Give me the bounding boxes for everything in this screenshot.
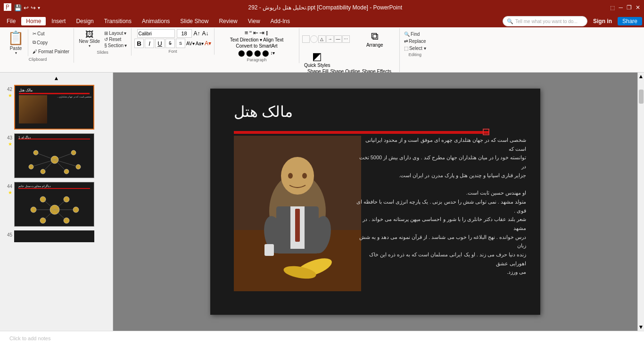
slide-thumb-img-43: دیاگرام 1: [14, 133, 94, 178]
star-icon-43: ★: [8, 141, 12, 147]
svg-line-7: [36, 153, 55, 160]
menu-design[interactable]: Design: [71, 17, 98, 25]
font-color-button[interactable]: A▾: [205, 40, 211, 47]
find-button[interactable]: 🔍 Find: [403, 31, 428, 37]
search-icon: 🔍: [507, 18, 513, 25]
font-name-input[interactable]: [137, 29, 175, 38]
reset-button[interactable]: ↺ Reset: [103, 36, 128, 42]
scroll-up-arrow[interactable]: ▲: [638, 73, 644, 80]
menu-review[interactable]: Review: [214, 17, 242, 25]
bullets-button[interactable]: ≡: [245, 29, 248, 36]
save-icon[interactable]: 💾: [14, 4, 22, 11]
close-icon[interactable]: ✕: [636, 4, 640, 11]
shape-rectangle[interactable]: [302, 35, 310, 43]
arrange-button[interactable]: ⧉ Arrange: [364, 29, 385, 49]
shadow-button[interactable]: S: [176, 39, 185, 48]
shape-line[interactable]: —: [334, 35, 342, 43]
line-spacing-button[interactable]: ↕▾: [270, 50, 275, 56]
font-case-button[interactable]: Aa▾: [196, 41, 204, 46]
select-button[interactable]: ⬚ Select ▾: [403, 45, 428, 51]
shape-circle[interactable]: [310, 35, 318, 43]
star-icon-44: ★: [8, 190, 12, 195]
section-button[interactable]: § Section ▾: [103, 42, 128, 49]
scroll-down-arrow[interactable]: ▼: [638, 323, 644, 331]
powerpoint-logo-icon: 🅿: [4, 3, 11, 12]
slide-thumb-42[interactable]: 42 ★ مالک هتل شخصی است که در جهان هتلدار…: [2, 84, 111, 131]
decrease-font-button[interactable]: A↓: [202, 30, 209, 37]
align-center-button[interactable]: ⬤: [246, 49, 253, 57]
format-painter-button[interactable]: 🖌 Format Painter: [31, 49, 71, 55]
align-right-button[interactable]: ⬤: [254, 49, 261, 57]
content-wrapper: مالک هتل: [113, 73, 644, 331]
menu-transitions[interactable]: Transitions: [99, 17, 136, 25]
align-left-button[interactable]: ⬤: [238, 49, 245, 57]
shape-triangle[interactable]: △: [318, 35, 326, 43]
restore-icon[interactable]: ❐: [627, 4, 632, 11]
slide-photo-inner: [234, 136, 361, 291]
quick-styles-button[interactable]: ◩ Quick Styles: [302, 49, 332, 69]
section-icon: §: [104, 43, 107, 48]
tell-me-box[interactable]: 🔍 Tell me what you want to do...: [503, 16, 587, 26]
convert-smartart-button[interactable]: Convert to SmartArt: [236, 43, 277, 49]
font-size-input[interactable]: [177, 29, 192, 38]
thumb42-redbar: [19, 93, 90, 94]
bold-button[interactable]: B: [134, 39, 144, 48]
vertical-scrollbar[interactable]: ▲ ▼: [637, 73, 644, 331]
copy-button[interactable]: ⧉ Copy: [31, 39, 71, 46]
undo-icon[interactable]: ↩: [24, 4, 29, 11]
menu-insert[interactable]: Insert: [47, 17, 70, 25]
menu-view[interactable]: View: [243, 17, 265, 25]
text-direction-button[interactable]: Text Direction ▾: [230, 37, 262, 42]
cut-button[interactable]: ✂ Cut: [31, 31, 71, 37]
menu-addins[interactable]: Add-Ins: [266, 17, 295, 25]
shape-arrow[interactable]: →: [326, 35, 334, 43]
slide-thumb-43[interactable]: 43 ★ دیاگرام 1: [2, 132, 111, 179]
slides-group-label: Slides: [97, 50, 108, 55]
svg-point-29: [281, 157, 314, 195]
content-area: مالک هتل: [113, 73, 637, 331]
notes-area[interactable]: Click to add notes: [0, 331, 644, 344]
svg-point-39: [302, 173, 307, 179]
sign-in-button[interactable]: Sign in: [588, 17, 617, 25]
replace-button[interactable]: ⇄ Replace: [403, 38, 428, 44]
underline-button[interactable]: U: [155, 39, 165, 48]
share-button[interactable]: Share: [618, 17, 642, 25]
slide-thumb-45[interactable]: 45: [2, 229, 111, 244]
italic-button[interactable]: I: [145, 39, 154, 48]
slide-thumb-44[interactable]: 44 ★ دیاگرام مجاورت ستل خاتم: [2, 181, 111, 228]
menu-slideshow[interactable]: Slide Show: [175, 17, 213, 25]
justify-button[interactable]: ⬤: [262, 49, 269, 57]
scroll-up-button[interactable]: ▲: [2, 74, 111, 82]
paste-button[interactable]: 📋 Paste ▾: [5, 29, 28, 56]
svg-line-24: [43, 210, 55, 221]
numbering-button[interactable]: ⁼: [249, 29, 252, 36]
paragraph-group-label: Paragraph: [247, 57, 266, 62]
ribbon-collapse-icon[interactable]: ⬚: [610, 5, 615, 11]
menu-animations[interactable]: Animations: [137, 17, 174, 25]
ribbon-group-font: A↑ A↓ B I U S̶ S AV▾ Aa▾ A▾ Font: [132, 28, 215, 55]
menu-home[interactable]: Home: [21, 17, 46, 25]
shape-more[interactable]: ⋯: [342, 35, 350, 43]
new-slide-button[interactable]: 🖼 New Slide ▾: [77, 29, 102, 49]
editing-group-label: Editing: [409, 52, 422, 57]
decrease-indent-button[interactable]: ⇤: [253, 29, 258, 36]
menu-file[interactable]: File: [2, 17, 20, 25]
slide-panel: ▲ 42 ★ مالک هتل شخصی است که در جهان هتلد…: [0, 73, 113, 331]
columns-button[interactable]: ⫿: [265, 29, 269, 36]
scrollbar-thumb[interactable]: [639, 90, 644, 104]
slide-thumb-img-42: مالک هتل شخصی است که در جهان هتلداری...: [14, 85, 94, 130]
title-bar-right: ⬚ ─ ❐ ✕: [610, 4, 640, 11]
align-text-button[interactable]: Align Text: [263, 37, 283, 42]
strikethrough-button[interactable]: S̶: [165, 39, 175, 48]
select-icon: ⬚: [404, 46, 408, 51]
redo-icon[interactable]: ↪: [31, 4, 36, 11]
reset-icon: ↺: [104, 37, 108, 42]
increase-font-button[interactable]: A↑: [194, 30, 200, 37]
minimize-icon[interactable]: ─: [619, 4, 623, 11]
char-spacing-button[interactable]: AV▾: [186, 41, 195, 46]
window-title: 292 - تحلیل هتل داریوش.ppt [Compatibilit…: [40, 4, 610, 11]
increase-indent-button[interactable]: ⇥: [259, 29, 264, 36]
slide-red-bar: [234, 131, 488, 134]
layout-button[interactable]: ⊞ Layout ▾: [103, 30, 128, 36]
slide-canvas[interactable]: مالک هتل: [210, 89, 540, 315]
